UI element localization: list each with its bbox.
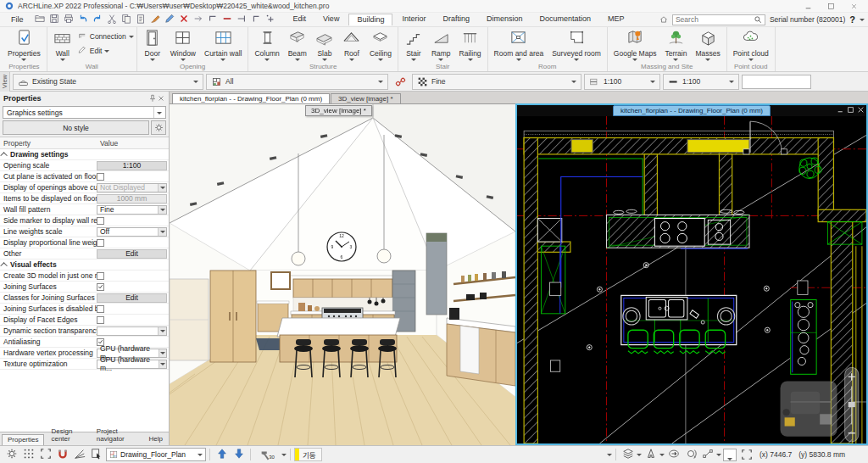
menu-edit[interactable]: Edit (286, 14, 314, 25)
ribbon-item-connection[interactable]: Connection (77, 31, 134, 42)
maximize-icon[interactable] (821, 1, 840, 11)
menu-building[interactable]: Building (348, 14, 392, 25)
grid-button[interactable] (20, 448, 36, 462)
north-arrow-button[interactable] (643, 448, 659, 462)
magnet-button[interactable] (54, 448, 70, 462)
close-icon[interactable] (844, 1, 863, 11)
extra-caret-icon[interactable] (607, 454, 612, 456)
ribbon-item-door[interactable]: Door (140, 28, 165, 62)
help-button[interactable]: ? (849, 14, 855, 25)
ribbon-item-ramp[interactable]: Ramp (428, 28, 454, 62)
ribbon-item-railing[interactable]: Railing (456, 28, 485, 62)
print-button[interactable] (62, 14, 75, 25)
fp-close-icon[interactable] (857, 106, 865, 114)
delete-button[interactable] (177, 14, 191, 25)
brush-button[interactable] (148, 14, 162, 25)
drawing-scale-select[interactable]: 1:100 (584, 74, 660, 90)
save-button[interactable] (47, 14, 61, 25)
ribbon-item-roof[interactable]: Roof (339, 28, 364, 62)
value-button[interactable]: Edit (97, 293, 167, 303)
ribbon-item-curtain-wall[interactable]: Curtain wall (201, 28, 245, 62)
menu-drafting[interactable]: Drafting (435, 14, 477, 25)
ribbon-item-masses[interactable]: Masses (692, 28, 723, 62)
paste-button[interactable] (134, 14, 147, 25)
redo-button[interactable] (91, 14, 104, 25)
selection-frame-button[interactable] (738, 448, 754, 462)
ribbon-item-wall[interactable]: Wall (50, 28, 75, 62)
value-select[interactable]: Not Displayed (97, 183, 167, 192)
ribbon-item-room-and-area[interactable]: Room and area (491, 28, 548, 62)
help-caret-icon[interactable] (860, 19, 865, 21)
plus-query-button[interactable] (264, 14, 277, 25)
arrow-up-button[interactable] (214, 448, 230, 462)
panel-tab-design-center[interactable]: Design center (45, 426, 89, 445)
search-input[interactable] (676, 15, 754, 24)
pin-icon[interactable] (148, 94, 157, 103)
undo-button[interactable] (76, 14, 90, 25)
arrow-down-button[interactable] (231, 448, 247, 462)
pencil-button[interactable] (163, 14, 176, 25)
render-quality-button[interactable]: 30 (254, 448, 280, 462)
dash-red-button[interactable] (220, 14, 234, 25)
panel-close-icon[interactable] (157, 94, 165, 103)
copy-button[interactable] (120, 14, 133, 25)
trim-button[interactable] (192, 14, 205, 25)
link-button[interactable] (391, 74, 409, 90)
tab-3d-view[interactable]: 3D_view [image] * (331, 93, 400, 103)
active-drawing-select[interactable]: Drawing_Floor_Plan (106, 448, 206, 461)
menu-view[interactable]: View (315, 14, 347, 25)
layers-caret-icon[interactable] (637, 454, 642, 456)
floorplan-canvas[interactable] (517, 116, 866, 443)
ribbon-item-ceiling[interactable]: Ceiling (366, 28, 395, 62)
section-visual-effects[interactable]: Visual effects (0, 259, 169, 271)
ribbon-item-column[interactable]: Column (251, 28, 282, 62)
gear-button[interactable] (3, 448, 19, 462)
ribbon-item-beam[interactable]: Beam (285, 28, 310, 62)
style-settings-button[interactable] (151, 120, 166, 135)
ribbon-item-properties[interactable]: Properties (4, 28, 44, 62)
fp-minimize-icon[interactable] (837, 106, 844, 114)
view-vertical-tab[interactable]: View (0, 72, 10, 92)
frame-button[interactable] (37, 448, 53, 462)
existing-state-select[interactable]: Existing State (13, 74, 203, 90)
menu-mep[interactable]: MEP (600, 14, 632, 25)
panel-tab-project-navigator[interactable]: Project navigator (91, 426, 142, 445)
layers-button[interactable] (620, 448, 636, 462)
value-select[interactable]: Fine (97, 205, 167, 215)
search-icon[interactable] (754, 15, 762, 24)
corner2-button[interactable] (249, 14, 263, 25)
tab-floorplan[interactable]: kitchen_florplan - - Drawing_Floor_Plan … (172, 93, 330, 103)
3d-view-canvas[interactable]: 12 3 6 9 (170, 104, 515, 445)
filter-all-select[interactable]: All (206, 74, 388, 90)
ribbon-item-slab[interactable]: Slab (312, 28, 337, 62)
exit-button[interactable] (665, 448, 682, 462)
north-arrow-caret-icon[interactable] (659, 454, 665, 456)
no-style-button[interactable]: No style (3, 120, 149, 135)
floorplan-window-title[interactable]: kitchen_florplan - - Drawing_Floor_Plan … (613, 105, 771, 116)
section-drawing-settings[interactable]: Drawing settings (0, 149, 169, 160)
panel-tab-help[interactable]: Help (143, 433, 169, 445)
menu-dimension[interactable]: Dimension (479, 14, 531, 25)
ribbon-item-google-maps[interactable]: Google Maps (610, 28, 660, 62)
preset-select[interactable]: Graphics settings (3, 106, 166, 119)
search-box[interactable] (672, 14, 765, 25)
value-select[interactable]: GPU (hardware m... (97, 360, 167, 369)
ribbon-item-stair[interactable]: Stair (401, 28, 426, 62)
ribbon-item-edit[interactable]: Edit (77, 45, 134, 57)
segment-button[interactable] (699, 448, 715, 462)
cut-button[interactable] (105, 14, 119, 25)
ribbon-item-terrain[interactable]: Terrain (661, 28, 690, 62)
floorplan-window[interactable]: kitchen_florplan - - Drawing_Floor_Plan … (515, 103, 868, 445)
floorplan-titlebar[interactable]: kitchen_florplan - - Drawing_Floor_Plan … (517, 105, 866, 116)
empty-combo[interactable] (742, 75, 811, 89)
value-select[interactable] (97, 326, 167, 336)
ribbon-item-window[interactable]: Window (167, 28, 199, 62)
mini-combo[interactable] (723, 449, 737, 461)
menu-file[interactable]: File (3, 14, 31, 25)
cursor-doc-button[interactable] (88, 448, 104, 462)
menu-interior[interactable]: Interior (394, 14, 433, 25)
home-icon[interactable] (659, 15, 668, 24)
value-button[interactable]: 1000 mm (97, 194, 167, 204)
orbit-button[interactable] (682, 448, 698, 462)
render-quality-caret-icon[interactable] (281, 454, 287, 456)
